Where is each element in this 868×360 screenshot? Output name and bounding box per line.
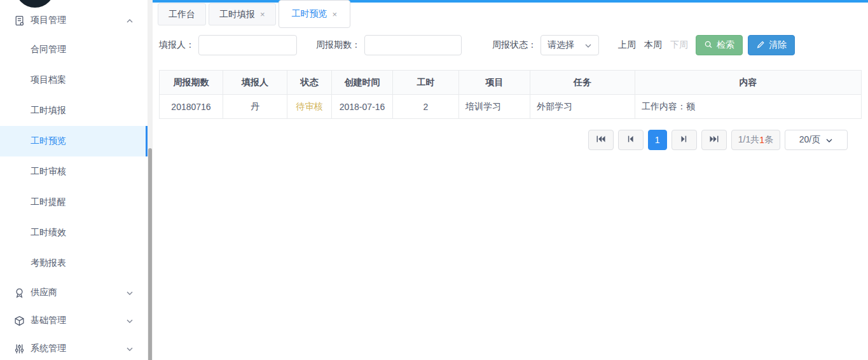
pagination-summary-prefix: 1/1共 (738, 134, 759, 146)
sidebar-item-label: 基础管理 (31, 315, 66, 326)
sidebar-item-label: 系统管理 (31, 343, 66, 354)
col-header-created: 创建时间 (332, 71, 393, 95)
search-button[interactable]: 检索 (696, 35, 743, 55)
sidebar-item-label: 考勤报表 (31, 258, 66, 269)
page-size-value: 20/页 (799, 134, 820, 146)
chevron-down-icon (126, 345, 134, 352)
chevron-down-icon (126, 317, 134, 324)
col-header-period: 周报期数 (160, 71, 223, 95)
chevron-up-icon (126, 17, 134, 24)
sidebar-item-label: 合同管理 (31, 44, 66, 55)
col-header-reporter: 填报人 (223, 71, 287, 95)
timesheet-table: 周报期数 填报人 状态 创建时间 工时 项目 任务 内容 20180716 丹 … (159, 70, 862, 119)
col-header-status: 状态 (287, 71, 332, 95)
sidebar-item-attendance-report[interactable]: 考勤报表 (0, 248, 148, 279)
app-root: 项目管理 合同管理 项目档案 工时填报 工时预览 工时审核 工时提醒 (0, 0, 868, 360)
sidebar-item-label: 工时审核 (31, 166, 66, 177)
scrollbar-thumb[interactable] (148, 148, 152, 360)
main-content: 工作台 工时填报 × 工时预览 × 填报人： 周报期数： 周报状态： 请选择 (153, 0, 868, 360)
chevron-down-icon (584, 41, 592, 49)
last-week-link[interactable]: 上周 (618, 39, 636, 51)
cell-hours: 2 (393, 95, 459, 119)
tab-timesheet-entry[interactable]: 工时填报 × (209, 3, 276, 25)
tab-label: 工时预览 (292, 8, 327, 20)
tab-label: 工时填报 (219, 9, 255, 20)
tabbar-accent-strip (153, 0, 868, 3)
cell-content: 工作内容：额 (635, 95, 862, 119)
sidebar-item-system-management[interactable]: 系统管理 (0, 335, 148, 360)
pagination-summary-suffix: 条 (764, 134, 773, 146)
last-page-icon (709, 135, 719, 145)
status-select[interactable]: 请选择 (541, 35, 599, 55)
cube-icon (14, 315, 25, 326)
col-header-project: 项目 (459, 71, 530, 95)
cell-status: 待审核 (287, 95, 332, 119)
page-size-select[interactable]: 20/页 (785, 130, 848, 150)
clear-button[interactable]: 清除 (748, 35, 795, 55)
search-icon (704, 40, 713, 51)
sidebar-item-timesheet-entry[interactable]: 工时填报 (0, 95, 148, 126)
prev-page-icon (627, 135, 634, 145)
sidebar-item-timesheet-review[interactable]: 工时审核 (0, 156, 148, 187)
cell-task: 外部学习 (530, 95, 635, 119)
sidebar-item-suppliers[interactable]: 供应商 (0, 279, 148, 307)
pencil-icon (756, 40, 765, 51)
period-label: 周报期数： (316, 39, 361, 51)
cell-reporter: 丹 (223, 95, 287, 119)
sidebar-item-label: 工时提醒 (31, 197, 66, 208)
next-page-icon (680, 135, 687, 145)
pagination: 1 1/1共1条 (588, 130, 848, 150)
status-label: 周报状态： (492, 39, 537, 51)
page-number-1[interactable]: 1 (648, 130, 667, 150)
chevron-down-icon (126, 289, 134, 296)
status-select-value: 请选择 (548, 39, 574, 51)
sidebar-item-label: 项目档案 (31, 74, 66, 86)
first-page-icon (596, 135, 606, 145)
sidebar-item-basic-management[interactable]: 基础管理 (0, 307, 148, 335)
pagination-total-count: 1 (759, 135, 764, 145)
col-header-content: 内容 (635, 71, 862, 95)
sidebar-scrollbar[interactable] (148, 0, 153, 360)
prev-page-button[interactable] (618, 130, 644, 150)
sidebar-item-timesheet-preview[interactable]: 工时预览 (0, 126, 148, 156)
table-row[interactable]: 20180716 丹 待审核 2018-07-16 2 培训学习 外部学习 工作… (160, 95, 862, 119)
filter-toolbar: 填报人： 周报期数： 周报状态： 请选择 上周 本周 下周 检索 (159, 35, 795, 55)
next-page-button[interactable] (672, 130, 697, 150)
reporter-input[interactable] (198, 35, 297, 55)
sidebar-item-project-management[interactable]: 项目管理 (0, 6, 148, 34)
tab-workbench[interactable]: 工作台 (158, 3, 206, 25)
reporter-label: 填报人： (159, 39, 195, 51)
chevron-down-icon (825, 136, 833, 144)
first-page-button[interactable] (588, 130, 614, 150)
sidebar-item-contract-management[interactable]: 合同管理 (0, 34, 148, 65)
pagination-summary: 1/1共1条 (731, 130, 780, 150)
cell-project: 培训学习 (459, 95, 530, 119)
close-icon[interactable]: × (260, 10, 265, 18)
medal-icon (14, 287, 25, 298)
cell-period: 20180716 (160, 95, 223, 119)
sidebar-item-label: 工时绩效 (31, 227, 66, 239)
search-button-label: 检索 (717, 39, 734, 51)
clear-button-label: 清除 (769, 39, 787, 51)
period-input[interactable] (364, 35, 462, 55)
sidebar-item-project-archive[interactable]: 项目档案 (0, 65, 148, 95)
table-header-row: 周报期数 填报人 状态 创建时间 工时 项目 任务 内容 (160, 71, 862, 95)
sidebar-item-timesheet-performance[interactable]: 工时绩效 (0, 218, 148, 248)
sidebar-item-label: 工时填报 (31, 105, 66, 116)
sidebar-item-label: 供应商 (31, 287, 57, 298)
tab-label: 工作台 (169, 9, 195, 20)
this-week-link[interactable]: 本周 (644, 39, 662, 51)
sidebar: 项目管理 合同管理 项目档案 工时填报 工时预览 工时审核 工时提醒 (0, 0, 148, 360)
sidebar-item-label: 项目管理 (31, 15, 66, 26)
tab-bar: 工作台 工时填报 × 工时预览 × (153, 0, 868, 29)
sidebar-item-label: 工时预览 (31, 135, 66, 147)
tab-timesheet-preview[interactable]: 工时预览 × (279, 0, 351, 28)
next-week-link: 下周 (670, 39, 688, 51)
col-header-hours: 工时 (393, 71, 459, 95)
close-icon[interactable]: × (333, 10, 338, 18)
sliders-icon (14, 343, 25, 354)
sidebar-item-timesheet-reminder[interactable]: 工时提醒 (0, 187, 148, 218)
sidebar-menu: 项目管理 合同管理 项目档案 工时填报 工时预览 工时审核 工时提醒 (0, 6, 148, 360)
last-page-button[interactable] (701, 130, 727, 150)
document-gear-icon (14, 15, 25, 26)
